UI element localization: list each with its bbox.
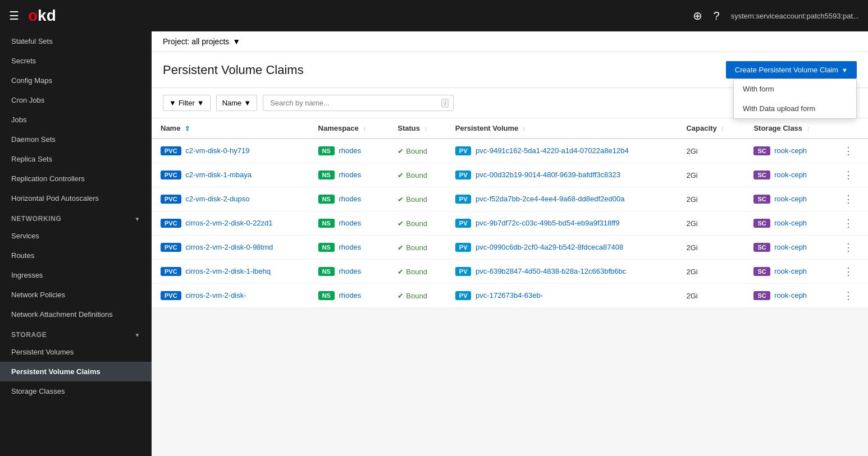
filter-button[interactable]: ▼ Filter ▼ (163, 95, 211, 111)
sc-link[interactable]: rook-ceph (774, 219, 807, 227)
pvc-badge: PVC (161, 146, 181, 155)
pv-link[interactable]: pvc-172673b4-63eb- (476, 291, 543, 300)
project-selector[interactable]: Project: all projects ▼ (163, 37, 240, 46)
row-actions-menu[interactable]: ⋮ (843, 266, 853, 277)
ns-link[interactable]: rhodes (339, 195, 361, 203)
status-check-icon: ✔ (398, 292, 404, 300)
col-capacity[interactable]: Capacity ↕ (677, 118, 744, 139)
cell-storage-class: SC rook-ceph (744, 236, 834, 260)
cell-capacity: 2Gi (677, 260, 744, 284)
pv-link[interactable]: pvc-00d32b19-9014-480f-9639-bafdff3c8323 (476, 171, 620, 179)
sc-link[interactable]: rook-ceph (774, 243, 807, 251)
cell-capacity: 2Gi (677, 187, 744, 211)
pvc-badge: PVC (161, 243, 181, 252)
networking-section[interactable]: Networking ▼ (0, 208, 152, 226)
hamburger-icon[interactable]: ☰ (9, 9, 19, 22)
sidebar-item-stateful-sets[interactable]: Stateful Sets (0, 31, 152, 51)
table-row: PVC cirros-2-vm-2-disk-0-98tmd NS rhodes… (152, 236, 868, 260)
pvc-badge: PVC (161, 291, 181, 300)
storage-chevron-icon: ▼ (135, 332, 141, 338)
sidebar-item-storage-classes[interactable]: Storage Classes (0, 381, 152, 401)
pv-badge: PV (455, 243, 472, 252)
sidebar-item-replica-sets[interactable]: Replica Sets (0, 149, 152, 169)
filter-caret-icon: ▼ (197, 99, 204, 107)
ns-link[interactable]: rhodes (339, 291, 361, 300)
sidebar-item-pvc[interactable]: Persistent Volume Claims (0, 362, 152, 381)
dropdown-item-with-data-upload[interactable]: With Data upload form (734, 99, 856, 118)
row-actions-menu[interactable]: ⋮ (843, 218, 853, 229)
sidebar-item-cron-jobs[interactable]: Cron Jobs (0, 90, 152, 110)
sidebar-item-secrets[interactable]: Secrets (0, 51, 152, 71)
ns-link[interactable]: rhodes (339, 146, 361, 155)
pvc-name-link[interactable]: c2-vm-disk-2-dupso (185, 195, 249, 203)
search-input[interactable] (268, 95, 441, 110)
cell-name: PVC c2-vm-disk-1-mbaya (152, 163, 309, 187)
sidebar-item-hpa[interactable]: Horizontal Pod Autoscalers (0, 188, 152, 208)
pv-link[interactable]: pvc-9491c162-5da1-4220-a1d4-07022a8e12b4 (476, 146, 629, 155)
pvc-name-link[interactable]: cirros-2-vm-2-disk-0-98tmd (185, 243, 273, 251)
row-actions-menu[interactable]: ⋮ (843, 169, 853, 181)
cell-namespace: NS rhodes (309, 187, 389, 211)
row-actions-menu[interactable]: ⋮ (843, 290, 853, 301)
col-name[interactable]: Name ⇧ (152, 118, 309, 139)
sidebar-item-jobs[interactable]: Jobs (0, 110, 152, 130)
sidebar-item-persistent-volumes[interactable]: Persistent Volumes (0, 342, 152, 362)
col-namespace[interactable]: Namespace ↕ (309, 118, 389, 139)
name-sort-icon: ⇧ (185, 125, 190, 132)
cell-pv: PV pvc-9b7df72c-c03c-49b5-bd54-eb9a9f318… (446, 211, 678, 236)
row-actions-menu[interactable]: ⋮ (843, 145, 853, 156)
sidebar-item-daemon-sets[interactable]: Daemon Sets (0, 130, 152, 149)
sidebar-item-ingresses[interactable]: Ingresses (0, 265, 152, 285)
ns-link[interactable]: rhodes (339, 267, 361, 275)
pvc-name-link[interactable]: cirros-2-vm-2-disk-0-22zd1 (185, 219, 272, 227)
pv-link[interactable]: pvc-9b7df72c-c03c-49b5-bd54-eb9a9f318ff9 (476, 219, 619, 227)
pv-link[interactable]: pvc-0990c6db-2cf0-4a29-b542-8fdceca87408 (476, 243, 623, 251)
sidebar-item-nad[interactable]: Network Attachment Definitions (0, 305, 152, 324)
pvc-name-link[interactable]: c2-vm-disk-0-hy719 (185, 146, 249, 155)
ns-link[interactable]: rhodes (339, 171, 361, 179)
pvc-name-link[interactable]: cirros-2-vm-2-disk-1-lbehq (185, 267, 271, 275)
add-icon-button[interactable]: ⊕ (693, 9, 702, 22)
networking-chevron-icon: ▼ (135, 216, 141, 222)
cell-storage-class: SC rook-ceph (744, 139, 834, 163)
ns-link[interactable]: rhodes (339, 243, 361, 251)
sc-link[interactable]: rook-ceph (774, 195, 807, 203)
pv-link[interactable]: pvc-639b2847-4d50-4838-b28a-12c663bfb6bc (476, 267, 626, 275)
col-storage-class[interactable]: Storage Class ↕ (744, 118, 834, 139)
ns-badge: NS (318, 291, 335, 300)
sc-link[interactable]: rook-ceph (774, 171, 807, 179)
sc-sort-icon: ↕ (807, 125, 810, 132)
pvc-name-link[interactable]: c2-vm-disk-1-mbaya (185, 171, 252, 179)
sc-link[interactable]: rook-ceph (774, 291, 807, 300)
pv-badge: PV (455, 291, 472, 300)
pvc-name-link[interactable]: cirros-2-vm-2-disk- (185, 291, 246, 300)
sc-link[interactable]: rook-ceph (774, 146, 807, 155)
create-pvc-button[interactable]: Create Persistent Volume Claim ▼ (726, 61, 857, 79)
storage-section[interactable]: Storage ▼ (0, 324, 152, 342)
pv-badge: PV (455, 267, 472, 276)
sidebar-item-replication-controllers[interactable]: Replication Controllers (0, 169, 152, 188)
row-actions-menu[interactable]: ⋮ (843, 194, 853, 205)
col-status[interactable]: Status ↕ (389, 118, 446, 139)
row-actions-menu[interactable]: ⋮ (843, 242, 853, 253)
dropdown-item-with-form[interactable]: With form (734, 79, 856, 99)
cell-row-actions: ⋮ (834, 187, 868, 211)
create-pvc-caret-icon: ▼ (842, 67, 848, 73)
help-icon-button[interactable]: ? (714, 10, 720, 22)
cell-storage-class: SC rook-ceph (744, 211, 834, 236)
pvc-table: Name ⇧ Namespace ↕ Status ↕ Persistent (152, 118, 868, 308)
sc-link[interactable]: rook-ceph (774, 267, 807, 275)
sidebar-item-config-maps[interactable]: Config Maps (0, 71, 152, 90)
sidebar-item-services[interactable]: Services (0, 226, 152, 246)
sidebar-item-network-policies[interactable]: Network Policies (0, 285, 152, 305)
col-pv[interactable]: Persistent Volume ↕ (446, 118, 678, 139)
pv-link[interactable]: pvc-f52da7bb-2ce4-4ee4-9a68-dd8edf2ed00a (476, 195, 624, 203)
pv-badge: PV (455, 171, 472, 179)
name-filter-select[interactable]: Name ▼ (216, 95, 258, 111)
cell-storage-class: SC rook-ceph (744, 260, 834, 284)
sidebar-item-routes[interactable]: Routes (0, 246, 152, 265)
table-header-row: Name ⇧ Namespace ↕ Status ↕ Persistent (152, 118, 868, 139)
ns-badge: NS (318, 195, 335, 204)
ns-link[interactable]: rhodes (339, 219, 361, 227)
cell-capacity: 2Gi (677, 284, 744, 308)
